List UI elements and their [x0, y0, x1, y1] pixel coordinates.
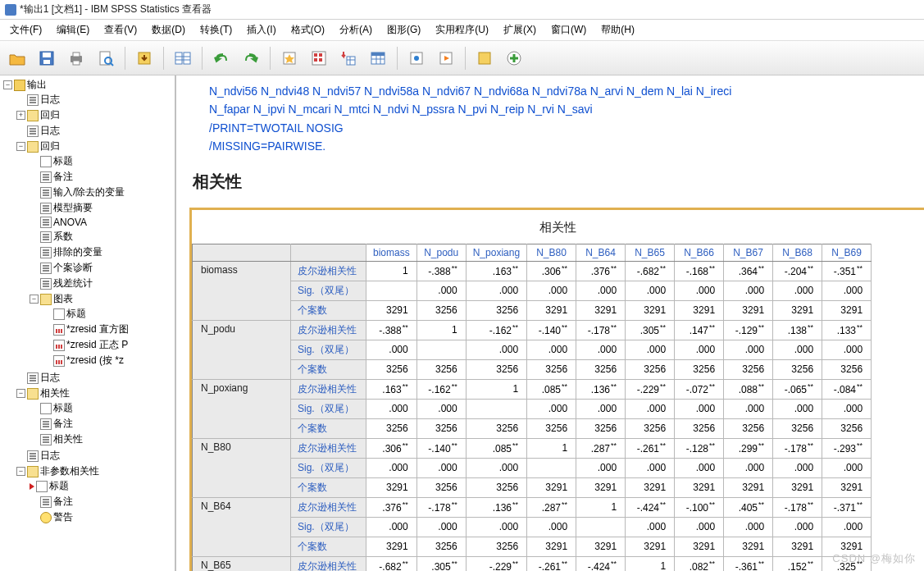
menu-graphs[interactable]: 图形(G) — [380, 21, 427, 39]
tree-item[interactable]: 图表 — [53, 292, 73, 306]
column-header[interactable]: N_B66 — [675, 244, 724, 261]
row-variable[interactable]: N_poxiang — [193, 379, 291, 438]
tb-button-a[interactable] — [277, 46, 302, 71]
table-cell: 3256 — [416, 359, 466, 379]
table-cell: .000 — [576, 340, 626, 359]
menu-extensions[interactable]: 扩展(X) — [497, 21, 543, 39]
tb-button-g[interactable] — [472, 46, 497, 71]
viewer-pane[interactable]: N_ndvi56 N_ndvi48 N_ndvi57 N_ndvi58a N_n… — [176, 75, 924, 571]
tree-item[interactable]: 标题 — [49, 479, 69, 493]
collapse-icon[interactable]: − — [30, 295, 39, 304]
row-variable[interactable]: biomass — [193, 261, 291, 320]
table-icon — [40, 278, 52, 290]
collapse-icon[interactable]: − — [16, 142, 25, 151]
collapse-icon[interactable]: − — [16, 467, 25, 476]
undo-button[interactable] — [209, 46, 234, 71]
tree-item[interactable]: 排除的变量 — [53, 245, 102, 259]
tree-item[interactable]: 日志 — [40, 124, 60, 138]
tree-item[interactable]: 模型摘要 — [53, 201, 93, 215]
table-cell: .163** — [466, 261, 526, 281]
goto-data-button[interactable] — [171, 46, 195, 71]
tree-item[interactable]: 系数 — [53, 230, 73, 244]
column-header[interactable]: N_B64 — [576, 244, 626, 261]
tree-item[interactable]: 回归 — [40, 139, 60, 153]
column-header[interactable]: biomass — [366, 244, 417, 261]
tree-item[interactable]: ANOVA — [53, 217, 87, 228]
tree-item[interactable]: *zresid (按 *z — [66, 354, 124, 368]
menu-data[interactable]: 数据(D) — [145, 21, 192, 39]
menu-utilities[interactable]: 实用程序(U) — [429, 21, 495, 39]
column-header[interactable]: N_B67 — [724, 244, 773, 261]
menu-transform[interactable]: 转换(T) — [193, 21, 239, 39]
column-header[interactable]: N_poxiang — [466, 244, 526, 261]
tree-item[interactable]: 相关性 — [53, 432, 83, 446]
tree-item[interactable]: 标题 — [53, 154, 73, 168]
menu-insert[interactable]: 插入(I) — [240, 21, 282, 39]
print-button[interactable] — [64, 46, 89, 71]
table-cell: 3256 — [773, 359, 822, 379]
row-variable[interactable]: N_B80 — [193, 438, 291, 497]
outline-tree[interactable]: −输出 日志 +回归 日志 −回归 标题 备注 输入/除去的变量 模型摘要 AN… — [0, 75, 176, 571]
tree-item[interactable]: 相关性 — [40, 386, 70, 400]
row-variable[interactable]: N_B65 — [193, 556, 291, 571]
tree-item[interactable]: 备注 — [53, 170, 73, 184]
row-variable[interactable]: N_podu — [193, 320, 291, 379]
tree-item[interactable]: 日志 — [40, 371, 60, 385]
tree-item[interactable]: 标题 — [53, 401, 73, 415]
tree-item[interactable]: 输入/除去的变量 — [53, 185, 125, 199]
chart-icon — [53, 340, 65, 351]
tb-button-c[interactable] — [336, 46, 361, 71]
tree-item[interactable]: 警告 — [53, 510, 73, 524]
menu-format[interactable]: 格式(O) — [284, 21, 331, 39]
tree-item[interactable]: 日志 — [40, 449, 60, 463]
recall-button[interactable] — [132, 46, 157, 71]
correlation-table[interactable]: biomassN_poduN_poxiangN_B80N_B64N_B65N_B… — [192, 244, 872, 571]
column-header[interactable]: N_podu — [416, 244, 466, 261]
menu-edit[interactable]: 编辑(E) — [50, 21, 96, 39]
table-cell: .000 — [527, 340, 576, 359]
tree-item[interactable]: 回归 — [40, 108, 60, 122]
tb-button-h[interactable] — [502, 46, 526, 71]
redo-button[interactable] — [239, 46, 263, 71]
notes-icon — [40, 496, 52, 508]
row-variable[interactable]: N_B64 — [193, 497, 291, 556]
menu-window[interactable]: 窗口(W) — [544, 21, 593, 39]
table-cell: .405** — [724, 497, 773, 517]
tree-item[interactable]: *zresid 直方图 — [66, 322, 129, 336]
row-stat: 皮尔逊相关性 — [291, 261, 366, 281]
tree-item[interactable]: 非参数相关性 — [40, 464, 99, 478]
window-title: *输出1 [文档1] - IBM SPSS Statistics 查看器 — [20, 2, 212, 16]
save-button[interactable] — [34, 46, 59, 71]
tree-root[interactable]: 输出 — [27, 78, 47, 92]
collapse-icon[interactable]: − — [16, 389, 25, 398]
table-cell: .000 — [626, 458, 675, 477]
menu-file[interactable]: 文件(F) — [3, 21, 48, 39]
tree-item[interactable]: *zresid 正态 P — [66, 338, 128, 352]
column-header[interactable]: N_B80 — [527, 244, 576, 261]
menu-help[interactable]: 帮助(H) — [594, 21, 641, 39]
expand-icon[interactable]: + — [16, 111, 25, 120]
tree-item[interactable]: 标题 — [66, 307, 86, 321]
preview-button[interactable] — [93, 46, 118, 71]
table-cell: .305** — [416, 556, 466, 571]
table-cell: .000 — [675, 399, 724, 418]
column-header[interactable]: N_B68 — [773, 244, 822, 261]
tb-button-f[interactable] — [434, 46, 458, 71]
tree-item[interactable]: 备注 — [53, 417, 73, 431]
tree-item[interactable]: 残差统计 — [53, 276, 93, 290]
open-button[interactable] — [5, 46, 30, 71]
menu-view[interactable]: 查看(V) — [98, 21, 143, 39]
row-stat: 个案数 — [291, 359, 366, 379]
table-cell: .364** — [724, 261, 773, 281]
collapse-icon[interactable]: − — [3, 80, 12, 89]
table-cell: 3256 — [675, 418, 724, 438]
tree-item[interactable]: 日志 — [40, 93, 60, 107]
tb-button-e[interactable] — [404, 46, 429, 71]
tree-item[interactable]: 个案诊断 — [53, 261, 93, 275]
tb-button-b[interactable] — [307, 46, 331, 71]
tb-button-d[interactable] — [366, 46, 390, 71]
menu-analyze[interactable]: 分析(A) — [333, 21, 379, 39]
tree-item[interactable]: 备注 — [53, 495, 73, 509]
column-header[interactable]: N_B65 — [626, 244, 675, 261]
column-header[interactable]: N_B69 — [822, 244, 872, 261]
